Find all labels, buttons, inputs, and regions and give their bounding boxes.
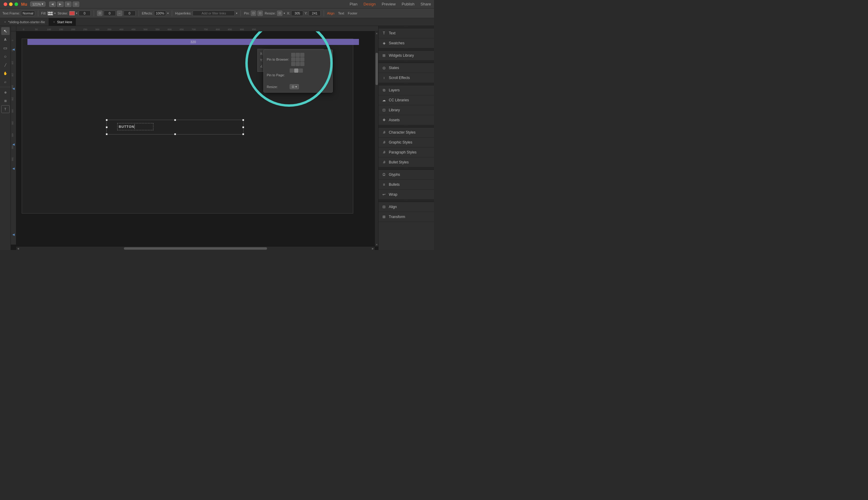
tab-file2[interactable]: × Start Here: [49, 18, 76, 26]
panel-item-text[interactable]: T Text: [379, 29, 434, 38]
panel-item-bullet-styles[interactable]: Ꭿ Bullet Styles: [379, 157, 434, 167]
panel-item-wrap[interactable]: ↩ Wrap: [379, 190, 434, 200]
stroke-value[interactable]: 0: [79, 11, 91, 16]
text-editor-tool[interactable]: T: [1, 105, 10, 113]
pin-browser-grid[interactable]: [291, 53, 304, 66]
text-tool[interactable]: A: [1, 36, 10, 43]
scroll-right-arrow[interactable]: ▶: [371, 247, 375, 250]
fill-dropdown-icon[interactable]: ▾: [54, 12, 56, 15]
minimize-button[interactable]: [9, 2, 13, 6]
stroke-swatch[interactable]: [69, 11, 75, 15]
handle-br[interactable]: [242, 133, 244, 135]
panel-item-character-styles[interactable]: Ꭿ Character Styles: [379, 127, 434, 137]
panel-item-transform[interactable]: ⊞ Transform: [379, 212, 434, 222]
publish-nav[interactable]: Publish: [402, 2, 415, 6]
y-input[interactable]: 241: [309, 11, 321, 16]
pin-dot-5[interactable]: [296, 57, 300, 61]
pin-dot-6[interactable]: [300, 57, 304, 61]
size-value2[interactable]: 0: [124, 11, 136, 16]
stroke-dropdown-icon[interactable]: ▾: [76, 12, 78, 15]
nav-arrow-3[interactable]: ◀: [12, 142, 15, 146]
pin-btn1[interactable]: ⊡: [251, 11, 256, 16]
resize-btn[interactable]: ⊡: [277, 11, 282, 16]
pin-page-dot-1[interactable]: [290, 68, 294, 73]
pin-page-dot-2[interactable]: [294, 68, 298, 73]
nav-arrow-4[interactable]: ◀: [12, 166, 15, 170]
pin-page-dot-3[interactable]: [299, 68, 303, 73]
scrollbar-horizontal[interactable]: ◀ ▶: [16, 246, 375, 250]
size-fit-btn[interactable]: ⊡: [97, 11, 103, 16]
footer-tab-label[interactable]: Footer: [348, 11, 357, 15]
panel-item-states[interactable]: ◎ States: [379, 63, 434, 73]
text-frame-value[interactable]: Normal: [21, 11, 35, 16]
zoom-control[interactable]: 121% ▾: [30, 1, 46, 7]
plan-nav[interactable]: Plan: [350, 2, 357, 6]
nav-arrow-1[interactable]: ◀: [12, 47, 15, 51]
pin-btn2[interactable]: ⊡: [257, 11, 263, 16]
zoom-tool[interactable]: ⌕: [1, 78, 10, 86]
size-expand-btn[interactable]: ↔: [117, 11, 123, 16]
widget-tool[interactable]: ⊞: [1, 97, 10, 105]
pin-dot-7[interactable]: [291, 62, 296, 66]
panel-item-swatches[interactable]: ◈ Swatches: [379, 38, 434, 48]
panel-item-graphic-styles[interactable]: Ꭿ Graphic Styles: [379, 137, 434, 147]
button-element[interactable]: BUTTON: [106, 120, 244, 135]
scroll-down-arrow[interactable]: ▼: [375, 243, 378, 246]
effects-dropdown-icon[interactable]: ▾: [167, 12, 169, 15]
layout-button[interactable]: ⊞: [65, 1, 71, 7]
maximize-button[interactable]: [14, 2, 18, 6]
resize-dropdown-icon[interactable]: ▾: [283, 12, 285, 15]
screen-button[interactable]: ⊡: [73, 1, 79, 7]
pin-dot-3[interactable]: [300, 53, 304, 57]
scrollbar-vertical[interactable]: ▲ ▼: [375, 31, 378, 246]
nav-arrow-5[interactable]: ◀: [12, 232, 15, 236]
panel-item-library[interactable]: ⊡ Library: [379, 105, 434, 115]
tab-close-2[interactable]: ×: [53, 21, 56, 23]
handle-bl[interactable]: [106, 133, 107, 135]
scroll-up-arrow[interactable]: ▲: [375, 31, 378, 35]
hyperlinks-dropdown-icon[interactable]: ▾: [236, 12, 238, 15]
close-button[interactable]: [4, 2, 7, 6]
handle-tr[interactable]: [242, 119, 244, 121]
panel-item-layers[interactable]: ⧉ Layers: [379, 86, 434, 95]
panel-item-bullets[interactable]: ≡ Bullets: [379, 180, 434, 190]
resize-dropdown-arrow[interactable]: ▾: [296, 85, 297, 88]
tab-close-1[interactable]: ×: [4, 21, 7, 23]
tab-file1[interactable]: × *sliding-button-starter-file: [0, 18, 49, 26]
nav-arrow-2[interactable]: ◀: [12, 86, 15, 90]
scroll-left-arrow[interactable]: ◀: [16, 247, 20, 250]
pin-tool[interactable]: ⊕: [1, 88, 10, 96]
design-nav[interactable]: Design: [363, 2, 375, 6]
panel-item-glyphs[interactable]: Ω Glyphs: [379, 170, 434, 180]
pin-dot-9[interactable]: [300, 62, 304, 66]
panel-item-scroll-effects[interactable]: ↕ Scroll Effects: [379, 73, 434, 83]
handle-ml[interactable]: [106, 126, 107, 128]
pin-dot-2[interactable]: [296, 53, 300, 57]
ellipse-tool[interactable]: ○: [1, 53, 10, 60]
fill-swatch[interactable]: [48, 11, 53, 15]
pin-dot-8[interactable]: [296, 62, 300, 66]
size-value[interactable]: 0: [104, 11, 116, 16]
x-input[interactable]: 305: [291, 11, 303, 16]
rectangle-tool[interactable]: ▭: [1, 44, 10, 52]
scrollbar-v-thumb[interactable]: [375, 53, 378, 85]
scrollbar-h-thumb[interactable]: [124, 247, 267, 250]
preview-nav[interactable]: Preview: [382, 2, 395, 6]
handle-tl[interactable]: [106, 119, 107, 121]
pin-dot-1[interactable]: [291, 53, 296, 57]
effects-value[interactable]: 100%: [154, 11, 166, 16]
pin-dot-4[interactable]: [291, 57, 296, 61]
panel-item-cc-libraries[interactable]: ☁ CC Libraries: [379, 95, 434, 105]
back-button[interactable]: ◀: [49, 1, 56, 7]
canvas-scroll-area[interactable]: 320 BUTTON: [16, 31, 375, 245]
line-tool[interactable]: ╱: [1, 61, 10, 69]
panel-item-paragraph-styles[interactable]: Ꭿ Paragraph Styles: [379, 147, 434, 157]
handle-bm[interactable]: [174, 133, 176, 135]
button-text-frame[interactable]: BUTTON: [117, 123, 153, 130]
hyperlinks-input[interactable]: Add or filter links: [193, 11, 235, 16]
share-nav[interactable]: Share: [420, 2, 431, 6]
panel-item-assets[interactable]: ❖ Assets: [379, 115, 434, 125]
zoom-dropdown-icon[interactable]: ▾: [42, 2, 43, 6]
forward-button[interactable]: ▶: [57, 1, 63, 7]
select-tool[interactable]: ↖: [1, 27, 10, 35]
